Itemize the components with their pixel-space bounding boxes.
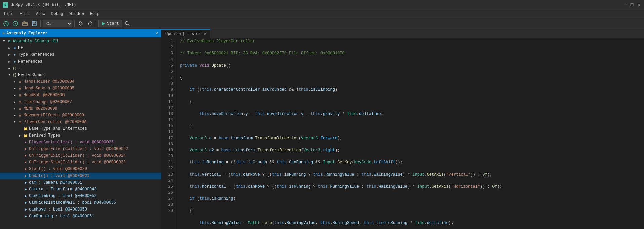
expand-arrow-derivedtypes[interactable] [17, 133, 23, 138]
menu-window[interactable]: Window [67, 11, 86, 17]
expand-arrow-ontriggerexit [17, 153, 23, 158]
language-dropdown[interactable]: C# IL IL with C# [43, 20, 72, 27]
tree-node-canclimbing[interactable]: ◆ CanClimbing : bool @04000052 [0, 193, 161, 199]
class-playercontroller-icon: ⊕ [17, 119, 23, 125]
headbob-label: HeadBob @02000006 [24, 93, 65, 98]
code-area[interactable]: 12345 678910 1112131415 1617181920 21222… [161, 38, 644, 229]
expand-arrow-canmove [17, 207, 23, 212]
editor-tab-close[interactable]: ✕ [204, 32, 206, 37]
tree-node-update[interactable]: ● Update() : void @06000021 [0, 173, 161, 179]
tree-node-ontriggerenter[interactable]: ● OnTriggerEnter(Collider) : void @06000… [0, 146, 161, 152]
editor-tabs: Update() : void ✕ [161, 29, 644, 38]
tree-node-canmove[interactable]: ◆ canMove : bool @04000050 [0, 206, 161, 213]
expand-arrow-references[interactable] [7, 59, 12, 64]
menu-view[interactable]: View [33, 11, 48, 17]
menu-debug[interactable]: Debug [48, 11, 66, 17]
toolbar-save-button[interactable] [30, 20, 38, 28]
tree-node-derivedtypes[interactable]: 📁 Derived Types [0, 132, 161, 139]
toolbar-redo-button[interactable] [86, 20, 94, 28]
menu-edit[interactable]: Edit [17, 11, 32, 17]
class-headbob-icon: ⊕ [17, 92, 23, 98]
expand-arrow-handssmooth[interactable] [12, 86, 17, 91]
editor-tab-update[interactable]: Update() : void ✕ [161, 29, 210, 38]
ns-evolvegames-icon: {} [12, 72, 17, 78]
expand-arrow-itemchange[interactable] [12, 99, 17, 105]
tree-node-evolvegames[interactable]: {} EvolveGames [0, 72, 161, 78]
menu-help[interactable]: Help [87, 11, 102, 17]
ctor-label: PlayerController() : void @06000025 [29, 140, 114, 145]
expand-arrow-playercontroller[interactable] [12, 119, 17, 125]
editor-tab-label: Update() : void [165, 32, 202, 36]
tree-node-canhidedistancewall[interactable]: ◆ CanHideDistanceWall : bool @04000055 [0, 199, 161, 206]
line-numbers: 12345 678910 1112131415 1617181920 21222… [161, 38, 176, 229]
toolbar-search-button[interactable] [123, 20, 131, 28]
toolbar-undo-button[interactable] [77, 20, 85, 28]
class-handsholder-icon: ⊕ [17, 79, 23, 84]
tree-node-references[interactable]: ◈ References [0, 58, 161, 65]
svg-marker-6 [102, 22, 105, 25]
tree-node-ctor[interactable]: ● PlayerController() : void @06000025 [0, 139, 161, 146]
tree-node-pe[interactable]: ▣ PE [0, 45, 161, 51]
class-itemchange-icon: ⊕ [17, 99, 23, 105]
tree-node-itemchange[interactable]: ⊕ ItemChange @02000007 [0, 99, 161, 105]
tree-node-empty-ns[interactable]: {} - [0, 65, 161, 72]
close-window-button[interactable]: ✕ [636, 2, 641, 8]
tree-node-typeref[interactable]: ◈ Type References [0, 51, 161, 58]
tree-node-headbob[interactable]: ⊕ HeadBob @02000006 [0, 92, 161, 99]
menu-file[interactable]: File [1, 11, 16, 17]
toolbar-open-button[interactable] [21, 20, 29, 28]
assembly-panel-close[interactable]: ✕ [156, 30, 158, 36]
maximize-button[interactable]: □ [629, 2, 635, 8]
expand-arrow-movementeffects[interactable] [12, 113, 17, 118]
expand-arrow-canclimbing [17, 193, 23, 199]
assembly-tree[interactable]: ⊞ Assembly-CSharp.dll ▣ PE ◈ Type Refere… [0, 37, 161, 229]
field-canhide-icon: ◆ [23, 200, 28, 205]
expand-arrow-dll[interactable] [1, 39, 7, 44]
dll-label: Assembly-CSharp.dll [13, 39, 59, 44]
pe-label: PE [18, 46, 23, 50]
derivedtypes-label: Derived Types [29, 133, 60, 138]
method-ontriggerenter-icon: ● [23, 146, 28, 152]
tree-node-ontriggerexit[interactable]: ● OnTriggerExit(Collider) : void @060000… [0, 152, 161, 159]
toolbar-back-button[interactable] [2, 20, 10, 28]
expand-arrow-basetype [17, 126, 23, 131]
basetype-label: Base Type and Interfaces [29, 126, 87, 131]
tree-node-movementeffects[interactable]: ⊕ MovementEffects @02000009 [0, 112, 161, 119]
update-label: Update() : void @06000021 [29, 174, 89, 178]
tree-node-playercontroller[interactable]: ⊕ PlayerController @0200000A [0, 119, 161, 125]
tree-node-dll[interactable]: ⊞ Assembly-CSharp.dll [0, 38, 161, 45]
ontriggerexit-label: OnTriggerExit(Collider) : void @06000024 [29, 153, 126, 158]
tree-node-canrunning[interactable]: ◆ CanRunning : bool @04000051 [0, 213, 161, 220]
tree-node-ontriggerstay[interactable]: ● OnTriggerStay(Collider) : void @060000… [0, 159, 161, 166]
tree-node-cam[interactable]: ◆ cam : Camera @04000061 [0, 179, 161, 186]
class-menu-icon: ⊕ [17, 106, 23, 111]
tree-node-menu[interactable]: ⊕ MENU @02000008 [0, 105, 161, 112]
assembly-header: ⊞ Assembly Explorer ✕ [0, 29, 161, 37]
field-cam-icon: ◆ [23, 180, 28, 185]
tree-node-basetype[interactable]: 📁 Base Type and Interfaces [0, 125, 161, 132]
expand-arrow-empty-ns[interactable] [7, 66, 12, 71]
toolbar-separator-3 [96, 20, 96, 27]
tree-node-handsholder[interactable]: ⊕ HandsHolder @02000004 [0, 78, 161, 85]
svg-point-7 [125, 21, 128, 24]
expand-arrow-typeref[interactable] [7, 52, 12, 58]
code-content[interactable]: // EvolveGames.PlayerController // Token… [176, 38, 644, 229]
tree-node-start[interactable]: ● Start() : void @06000020 [0, 166, 161, 173]
expand-arrow-headbob[interactable] [12, 92, 17, 98]
typeref-icon: ◈ [12, 52, 17, 58]
expand-arrow-pe[interactable] [7, 45, 12, 51]
expand-arrow-evolvegames[interactable] [7, 72, 12, 78]
tree-node-camera[interactable]: ◆ Camera : Transform @04000043 [0, 186, 161, 193]
minimize-button[interactable]: ─ [622, 2, 628, 8]
method-start-icon: ● [23, 166, 28, 172]
svg-rect-2 [23, 22, 27, 26]
expand-arrow-handsholder[interactable] [12, 79, 17, 84]
app-icon: d [3, 2, 8, 8]
playercontroller-label: PlayerController @0200000A [24, 120, 86, 124]
expand-arrow-menu[interactable] [12, 106, 17, 111]
class-handssmooth-icon: ⊕ [17, 86, 23, 91]
tree-node-handssmooth[interactable]: ⊕ HandsSmooth @02000005 [0, 85, 161, 92]
toolbar-forward-button[interactable] [11, 20, 19, 28]
window-controls: ─ □ ✕ [622, 2, 641, 8]
start-button[interactable]: Start [98, 20, 122, 27]
